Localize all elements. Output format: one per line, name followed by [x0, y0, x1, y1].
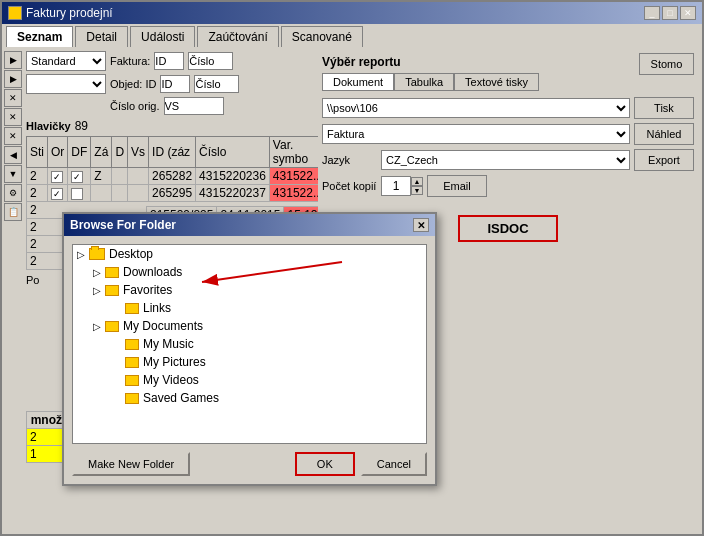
tree-item-mypictures[interactable]: My Pictures — [73, 353, 426, 371]
folder-icon — [125, 303, 139, 314]
cancel-button[interactable]: Cancel — [361, 452, 427, 476]
tree-item-desktop[interactable]: ▷ Desktop — [73, 245, 426, 263]
dialog-overlay: Browse For Folder ✕ ▷ Desktop ▷ — [2, 2, 704, 536]
tree-item-mymusic[interactable]: My Music — [73, 335, 426, 353]
folder-icon — [125, 357, 139, 368]
folder-label: My Documents — [123, 319, 203, 333]
expand-icon — [113, 393, 125, 404]
expand-icon — [113, 303, 125, 314]
expand-icon — [113, 375, 125, 386]
dialog-title-text: Browse For Folder — [70, 218, 176, 232]
main-window: Faktury prodejní _ □ ✕ Seznam Detail Udá… — [0, 0, 704, 536]
ok-cancel-buttons: OK Cancel — [295, 452, 427, 476]
tree-item-links[interactable]: Links — [73, 299, 426, 317]
folder-icon — [105, 267, 119, 278]
folder-icon — [105, 321, 119, 332]
tree-item-downloads[interactable]: ▷ Downloads — [73, 263, 426, 281]
make-new-folder-button[interactable]: Make New Folder — [72, 452, 190, 476]
folder-label: Desktop — [109, 247, 153, 261]
folder-icon — [89, 248, 105, 260]
expand-icon[interactable]: ▷ — [93, 267, 105, 278]
folder-icon — [125, 339, 139, 350]
dialog-buttons: Make New Folder OK Cancel — [72, 452, 427, 476]
tree-item-myvideos[interactable]: My Videos — [73, 371, 426, 389]
dialog-close-button[interactable]: ✕ — [413, 218, 429, 232]
expand-icon[interactable]: ▷ — [93, 285, 105, 296]
folder-label: Favorites — [123, 283, 172, 297]
expand-icon — [113, 357, 125, 368]
expand-icon[interactable]: ▷ — [77, 249, 89, 260]
expand-icon — [113, 339, 125, 350]
folder-icon — [125, 393, 139, 404]
folder-label: Downloads — [123, 265, 182, 279]
tree-item-favorites[interactable]: ▷ Favorites — [73, 281, 426, 299]
dialog-title-bar: Browse For Folder ✕ — [64, 214, 435, 236]
tree-item-savedgames[interactable]: Saved Games — [73, 389, 426, 407]
dialog-body: ▷ Desktop ▷ Downloads ▷ Favorites — [64, 236, 435, 484]
folder-icon — [105, 285, 119, 296]
folder-label: My Music — [143, 337, 194, 351]
folder-label: My Videos — [143, 373, 199, 387]
ok-button[interactable]: OK — [295, 452, 355, 476]
browse-folder-dialog: Browse For Folder ✕ ▷ Desktop ▷ — [62, 212, 437, 486]
folder-label: Links — [143, 301, 171, 315]
folder-tree[interactable]: ▷ Desktop ▷ Downloads ▷ Favorites — [72, 244, 427, 444]
folder-label: Saved Games — [143, 391, 219, 405]
folder-label: My Pictures — [143, 355, 206, 369]
folder-icon — [125, 375, 139, 386]
tree-item-mydocs[interactable]: ▷ My Documents — [73, 317, 426, 335]
expand-icon[interactable]: ▷ — [93, 321, 105, 332]
